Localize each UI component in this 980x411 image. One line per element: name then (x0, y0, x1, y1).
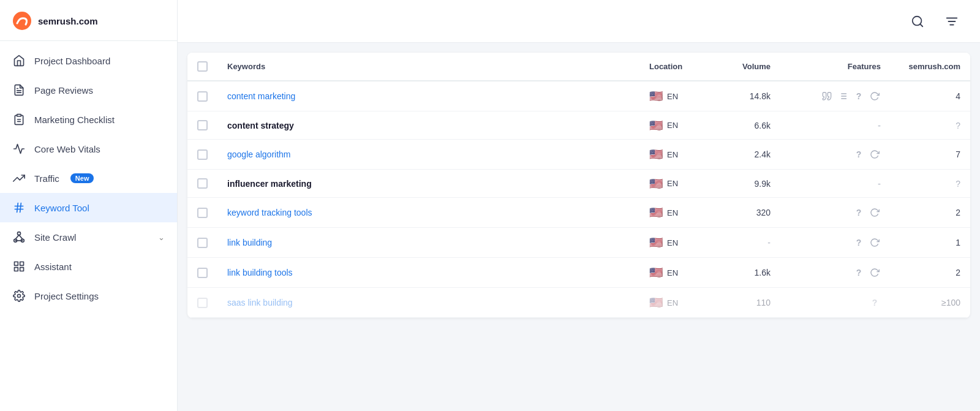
sidebar-item-assistant[interactable]: Assistant (0, 252, 177, 281)
person-icon (12, 260, 26, 273)
site-rank-cell: 4 (891, 81, 970, 111)
svg-line-13 (15, 235, 19, 239)
site-rank-cell: ? (891, 170, 970, 198)
site-rank-value: 7 (956, 149, 960, 159)
location-cell: 🇺🇸EN (639, 81, 719, 111)
location-code: EN (667, 208, 678, 217)
sidebar-logo: semrush.com (0, 0, 177, 41)
location-cell: 🇺🇸EN (639, 198, 719, 228)
sidebar-domain: semrush.com (38, 16, 98, 26)
table-row: google algorithm🇺🇸EN2.4k?7 (187, 140, 970, 170)
sidebar-item-site-crawl[interactable]: Site Crawl ⌄ (0, 222, 177, 252)
keyword-link[interactable]: link building (227, 238, 272, 247)
semrush-logo-icon (12, 11, 32, 31)
svg-line-9 (20, 203, 21, 213)
table-row: keyword tracking tools🇺🇸EN320?2 (187, 198, 970, 228)
filter-button[interactable] (941, 10, 963, 32)
topbar (178, 0, 980, 43)
refresh-feature-icon (869, 90, 881, 102)
search-button[interactable] (907, 10, 929, 32)
site-rank-cell: 7 (891, 140, 970, 170)
row-checkbox[interactable] (197, 268, 208, 278)
header-checkbox-cell (187, 53, 217, 81)
site-rank-value: 4 (956, 91, 960, 101)
sidebar-item-label: Core Web Vitals (34, 144, 100, 154)
keyword-cell: google algorithm (217, 140, 639, 170)
flag-icon: 🇺🇸 (649, 268, 663, 277)
main-content: Keywords Location Volume Features semrus… (178, 0, 980, 411)
keyword-link[interactable]: content marketing (227, 91, 295, 101)
sidebar-item-marketing-checklist[interactable]: Marketing Checklist (0, 105, 177, 134)
site-rank-cell: ≥100 (891, 288, 970, 318)
sidebar-item-keyword-tool[interactable]: Keyword Tool (0, 193, 177, 222)
location-code: EN (667, 92, 678, 101)
list-feature-icon (837, 90, 849, 102)
sidebar-item-label: Assistant (34, 262, 72, 272)
refresh-feature-icon (869, 148, 881, 160)
volume-cell: 320 (719, 198, 780, 228)
features-dash: - (878, 178, 881, 189)
sidebar-item-page-reviews[interactable]: Page Reviews (0, 75, 177, 105)
header-keywords: Keywords (217, 53, 639, 81)
volume-cell: 1.6k (719, 258, 780, 288)
row-checkbox[interactable] (197, 120, 208, 130)
svg-point-0 (13, 12, 31, 30)
svg-rect-17 (20, 262, 24, 266)
volume-cell: 6.6k (719, 111, 780, 140)
table-row: saas link building🇺🇸EN110?≥100 (187, 288, 970, 318)
flag-icon: 🇺🇸 (649, 298, 663, 307)
location-code: EN (667, 121, 678, 130)
sidebar-item-label: Traffic (34, 173, 59, 184)
new-badge: New (70, 173, 94, 183)
keyword-link[interactable]: keyword tracking tools (227, 208, 312, 217)
row-checkbox[interactable] (197, 91, 208, 102)
site-rank-value: ≥100 (941, 298, 960, 307)
volume-cell: 9.9k (719, 170, 780, 198)
sidebar-item-project-settings[interactable]: Project Settings (0, 281, 177, 311)
keyword-cell: link building tools (217, 258, 639, 288)
flag-icon: 🇺🇸 (649, 149, 663, 159)
sidebar-item-label: Project Dashboard (34, 56, 110, 66)
refresh-feature-icon (869, 236, 881, 249)
sidebar-item-traffic[interactable]: Traffic New (0, 164, 177, 193)
site-rank-cell: 2 (891, 258, 970, 288)
select-all-checkbox[interactable] (197, 61, 208, 72)
site-rank-value: 2 (956, 268, 960, 277)
features-cell: ? (780, 228, 891, 258)
location-code: EN (667, 268, 678, 277)
sidebar-item-core-web-vitals[interactable]: Core Web Vitals (0, 134, 177, 164)
table-container: Keywords Location Volume Features semrus… (178, 43, 980, 411)
keyword-cell: influencer marketing (217, 170, 639, 198)
table-header-row: Keywords Location Volume Features semrus… (187, 53, 970, 81)
sidebar-item-label: Site Crawl (34, 232, 76, 243)
header-location: Location (639, 53, 719, 81)
row-checkbox[interactable] (197, 208, 208, 218)
keyword-link[interactable]: saas link building (227, 298, 293, 307)
row-checkbox[interactable] (197, 178, 208, 189)
sidebar-item-label: Keyword Tool (34, 203, 89, 213)
chevron-down-icon: ⌄ (158, 233, 165, 242)
sidebar-item-project-dashboard[interactable]: Project Dashboard (0, 46, 177, 75)
question-feature-icon: ? (853, 236, 865, 249)
features-cell: - (780, 111, 891, 140)
table-row: link building tools🇺🇸EN1.6k?2 (187, 258, 970, 288)
row-checkbox[interactable] (197, 238, 208, 248)
keyword-link[interactable]: google algorithm (227, 149, 291, 159)
gear-icon (12, 289, 26, 303)
network-icon (12, 230, 26, 244)
keyword-cell: content strategy (217, 111, 639, 140)
site-rank-cell: 1 (891, 228, 970, 258)
volume-value: 9.9k (755, 179, 771, 189)
keyword-link[interactable]: link building tools (227, 268, 293, 277)
volume-value: 1.6k (755, 268, 771, 277)
row-checkbox[interactable] (197, 298, 208, 308)
flag-icon: 🇺🇸 (649, 238, 663, 247)
header-site: semrush.com (891, 53, 970, 81)
svg-line-14 (19, 235, 23, 239)
volume-value: 14.8k (750, 91, 771, 101)
features-cell: ? (780, 258, 891, 288)
site-rank-cell: 2 (891, 198, 970, 228)
svg-rect-16 (15, 262, 18, 266)
row-checkbox[interactable] (197, 149, 208, 160)
features-cell: ? (780, 140, 891, 170)
